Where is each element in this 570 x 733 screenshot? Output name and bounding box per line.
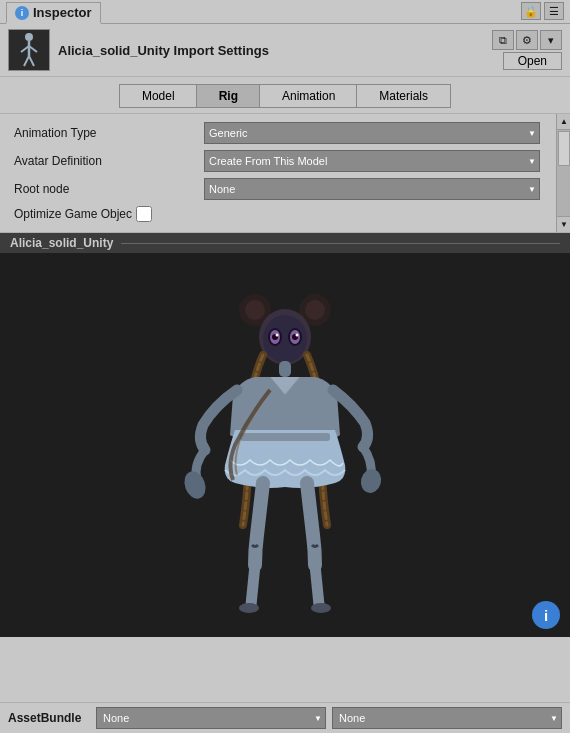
asset-bundle-select1[interactable]: None (96, 707, 326, 729)
open-button[interactable]: Open (503, 52, 562, 70)
asset-bundle-label: AssetBundle (8, 711, 90, 725)
animation-type-select[interactable]: Generic None Legacy Humanoid (204, 122, 540, 144)
scroll-down-arrow[interactable]: ▼ (557, 216, 570, 232)
preview-info-icon: i (544, 607, 548, 624)
svg-point-0 (25, 33, 33, 41)
optimize-row: Optimize Game Objec (14, 206, 556, 222)
svg-point-9 (305, 300, 325, 320)
asset-title: Alicia_solid_Unity Import Settings (58, 43, 484, 58)
avatar-definition-label: Avatar Definition (14, 154, 204, 168)
menu-icon[interactable]: ☰ (544, 2, 564, 20)
svg-point-25 (311, 603, 331, 613)
svg-rect-20 (279, 361, 291, 377)
svg-line-4 (24, 56, 29, 66)
preview-header: Alicia_solid_Unity (0, 233, 570, 253)
asset-thumb-svg (15, 32, 43, 68)
preview-header-line (121, 243, 560, 244)
svg-point-19 (296, 334, 299, 337)
preview-area: i (0, 253, 570, 637)
optimize-label: Optimize Game Objec (14, 207, 132, 221)
asset-header: Alicia_solid_Unity Import Settings ⧉ ⚙ ▾… (0, 24, 570, 77)
svg-point-24 (239, 603, 259, 613)
tab-materials[interactable]: Materials (356, 84, 451, 108)
bottom-bar: AssetBundle None ▼ None ▼ (0, 702, 570, 733)
svg-point-8 (245, 300, 265, 320)
asset-bundle-select2[interactable]: None (332, 707, 562, 729)
animation-type-select-wrap: Generic None Legacy Humanoid ▼ (204, 122, 540, 144)
root-node-row: Root node None ▼ (14, 178, 556, 200)
preview-title: Alicia_solid_Unity (10, 236, 113, 250)
svg-point-18 (276, 334, 279, 337)
scroll-up-arrow[interactable]: ▲ (557, 114, 570, 130)
root-node-select-wrap: None ▼ (204, 178, 540, 200)
tab-rig[interactable]: Rig (196, 84, 261, 108)
svg-point-21 (181, 468, 209, 501)
settings-icon-btn[interactable]: ⚙ (516, 30, 538, 50)
tab-icons: 🔒 ☰ (521, 2, 564, 23)
svg-line-5 (29, 56, 34, 66)
form-area: ▲ ▼ Animation Type Generic None Legacy H… (0, 114, 570, 233)
asset-bundle-select1-wrap: None ▼ (96, 707, 326, 729)
more-icon-btn[interactable]: ▾ (540, 30, 562, 50)
sub-tabs-row: Model Rig Animation Materials (0, 77, 570, 114)
info-icon: i (15, 6, 29, 20)
header-actions: ⧉ ⚙ ▾ Open (492, 30, 562, 70)
scroll-thumb[interactable] (558, 131, 570, 166)
copy-icon-btn[interactable]: ⧉ (492, 30, 514, 50)
inspector-tab-label: Inspector (33, 5, 92, 20)
avatar-definition-select-wrap: Create From This Model Copy From Other A… (204, 150, 540, 172)
tab-animation[interactable]: Animation (259, 84, 358, 108)
tab-model[interactable]: Model (119, 84, 198, 108)
asset-thumbnail (8, 29, 50, 71)
asset-bundle-select2-wrap: None ▼ (332, 707, 562, 729)
animation-type-label: Animation Type (14, 126, 204, 140)
svg-rect-23 (240, 433, 330, 441)
svg-point-22 (358, 467, 384, 495)
root-node-select[interactable]: None (204, 178, 540, 200)
preview-info-btn[interactable]: i (532, 601, 560, 629)
avatar-definition-row: Avatar Definition Create From This Model… (14, 150, 556, 172)
lock-icon[interactable]: 🔒 (521, 2, 541, 20)
avatar-definition-select[interactable]: Create From This Model Copy From Other A… (204, 150, 540, 172)
root-node-label: Root node (14, 182, 204, 196)
character-svg (175, 265, 395, 625)
scrollbar[interactable]: ▲ ▼ (556, 114, 570, 232)
optimize-checkbox[interactable] (136, 206, 152, 222)
animation-type-row: Animation Type Generic None Legacy Human… (14, 122, 556, 144)
inspector-tab[interactable]: i Inspector (6, 2, 101, 24)
